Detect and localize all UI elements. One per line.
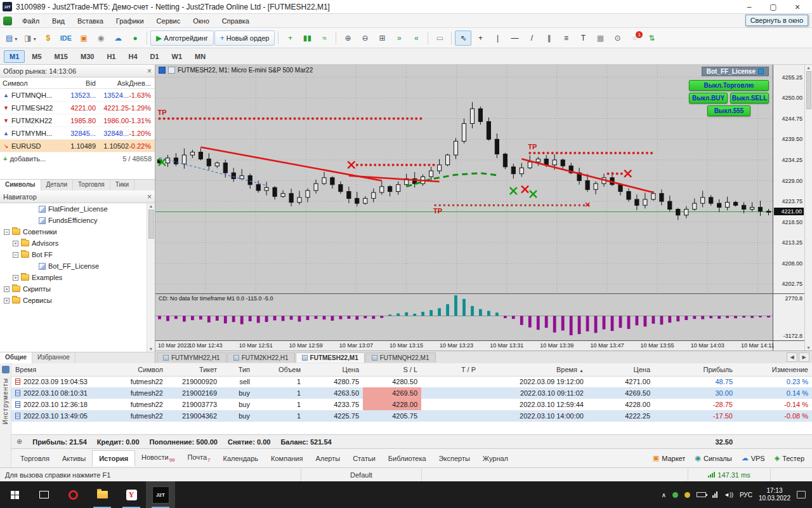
horizontal-line-button[interactable]: — (506, 30, 523, 46)
column-header-Время[interactable]: Время▲ (480, 363, 587, 376)
market-watch-row[interactable]: ▼FUTMESH224221.004221.25-1.29% (0, 102, 155, 114)
market-watch-tab-Символы[interactable]: Символы (0, 180, 41, 190)
chart-tab-FUTMNQH22,M1[interactable]: FUTMNQH22,M1 (365, 352, 436, 363)
indicator-axis[interactable]: 2770.8-3172.8 (773, 293, 804, 340)
navigator-scrollbar[interactable]: ▲ ▼ (147, 203, 155, 352)
column-header-Символ[interactable]: Символ (107, 363, 167, 376)
market-watch-tab-Детали[interactable]: Детали (41, 180, 73, 190)
search-button[interactable]: ⊙ (609, 30, 625, 46)
chart-tab-FUTM2KH22,H1[interactable]: FUTM2KH22,H1 (227, 352, 295, 363)
notifications-button[interactable]: ○1 (626, 30, 643, 46)
restore-button[interactable] (761, 0, 785, 13)
market-depth-button[interactable]: ⇅ (643, 30, 660, 46)
toolbox-tab-Активы[interactable]: Активы (56, 451, 92, 466)
menu-item-Вставка[interactable]: Вставка (71, 15, 110, 27)
toolbox-tab-Почта[interactable]: Почта7 (181, 450, 217, 467)
column-header[interactable]: Символ (0, 79, 60, 87)
toolbox-tab-Алерты[interactable]: Алерты (309, 451, 346, 466)
menu-item-Вид[interactable]: Вид (46, 15, 71, 27)
tree-item[interactable]: +Advisors (0, 237, 155, 249)
toolbox-tab-Торговля[interactable]: Торговля (14, 451, 56, 466)
expand-icon[interactable]: + (4, 298, 10, 304)
market-watch-close-icon[interactable]: × (147, 67, 152, 76)
toolbox-tab-Календарь[interactable]: Календарь (217, 451, 265, 466)
disable-buy-button[interactable]: Выкл.BUY (689, 93, 728, 104)
network-icon[interactable] (712, 491, 717, 498)
column-header-Цена[interactable]: Цена (587, 363, 654, 376)
market-watch-tab-Торговля[interactable]: Торговля (73, 180, 110, 190)
toolbox-tab-Статьи[interactable]: Статьи (346, 451, 382, 466)
price-axis[interactable]: 4255.254250.004244.754239.504234.254229.… (773, 65, 804, 293)
history-deal-row[interactable]: 2022.03.09 19:04:53futmesh22219000920sel… (11, 376, 812, 387)
expand-icon[interactable]: + (13, 275, 18, 281)
tree-item[interactable]: +Examples (0, 272, 155, 283)
toolbox-side-strip[interactable]: Инструменты (0, 363, 11, 467)
timeframe-H4[interactable]: H4 (122, 50, 143, 63)
scrollbar-thumb[interactable] (806, 71, 811, 109)
channel-button[interactable]: ∥ (540, 30, 557, 46)
tree-item[interactable]: Bot_FF_License (0, 260, 155, 272)
market-watch-row[interactable]: ▲FUTMNQH...13523...13524...-1.63% (0, 89, 155, 102)
market-watch-row[interactable]: ▼FUTM2KH221985.801986.00-1.31% (0, 114, 155, 127)
menu-item-Графики[interactable]: Графики (110, 15, 150, 27)
indicator-pane[interactable]: CD: No data for timeframe M1 0.0 -115.0 … (155, 293, 773, 340)
connection-status[interactable]: 147.31 ms (688, 468, 770, 481)
tray-expand-icon[interactable]: ∧ (662, 491, 666, 498)
chart-tab-FUTMYMH22,H1[interactable]: FUTMYMH22,H1 (157, 352, 226, 363)
task-view-button[interactable] (29, 481, 58, 508)
column-header-T / P[interactable]: T / P (421, 363, 480, 376)
column-header[interactable]: Bid (60, 79, 96, 87)
timeframe-H1[interactable]: H1 (101, 50, 121, 63)
antivirus-tray-icon[interactable] (672, 492, 678, 498)
yandex-taskbar-button[interactable]: Y (117, 481, 146, 508)
tree-item[interactable]: +Сервисы (0, 295, 155, 306)
menu-item-Справка[interactable]: Справка (216, 15, 256, 27)
tray-app-icon[interactable] (684, 492, 690, 498)
column-header-Тикет[interactable]: Тикет (167, 363, 221, 376)
trendline-button[interactable]: / (523, 30, 540, 46)
toolbox-tab-Новости[interactable]: Новости99 (135, 450, 181, 467)
objects-button[interactable]: ▦ (592, 30, 608, 46)
opera-taskbar-button[interactable] (58, 481, 88, 508)
zoom-out-button[interactable]: ⊖ (357, 30, 373, 46)
toolbox-tab-Журнал[interactable]: Журнал (476, 451, 514, 466)
add-symbol-row[interactable]: + добавить... 5 / 48658 (0, 152, 155, 165)
bars-style-button[interactable]: ▮▮ (299, 30, 315, 46)
cursor-button[interactable]: ⇖ (455, 30, 471, 46)
expand-icon[interactable]: + (13, 241, 18, 246)
signals-toolbar-button[interactable]: ◉ (93, 30, 109, 46)
taskbar-clock[interactable]: 17:13 10.03.2022 (759, 487, 790, 503)
ide-button[interactable]: IDE (57, 30, 75, 46)
vps-button[interactable]: ☁VPS (742, 454, 765, 462)
profile-selector[interactable]: Default (301, 468, 421, 481)
scroll-right-button[interactable] (799, 352, 809, 362)
market-watch-row[interactable]: ▲FUTMYMH...32845...32848...-1.20% (0, 127, 155, 140)
new-order-button[interactable]: +Новый ордер (214, 30, 275, 46)
disable-trading-button[interactable]: Выкл.Торговлю (689, 80, 769, 91)
column-header-Прибыль[interactable]: Прибыль (654, 363, 737, 376)
navigator-close-icon[interactable]: × (147, 192, 152, 201)
close-button[interactable] (785, 0, 809, 13)
battery-icon[interactable] (697, 492, 706, 497)
timeframe-M30[interactable]: M30 (75, 50, 100, 63)
navigator-tab-Избранное[interactable]: Избранное (32, 352, 75, 363)
tree-item[interactable]: +Скрипты (0, 283, 155, 295)
algo-trading-button[interactable]: ▶Алготрейдинг (150, 30, 214, 46)
disable-sell-button[interactable]: Выкл.SELL (730, 93, 769, 104)
text-button[interactable]: T (575, 30, 591, 46)
column-header[interactable]: Ask (96, 79, 129, 87)
deposit-button[interactable]: $ (40, 30, 56, 46)
volume-icon[interactable]: ◄)) (724, 491, 733, 498)
column-header-Время[interactable]: Время (11, 363, 107, 376)
timeframe-M1[interactable]: M1 (4, 50, 25, 63)
menu-item-Окно[interactable]: Окно (187, 15, 216, 27)
navigator-tab-Общие[interactable]: Общие (0, 352, 32, 363)
tree-item[interactable]: −Советники (0, 226, 155, 237)
expand-icon[interactable]: + (4, 286, 10, 292)
community-button[interactable]: ● (127, 30, 143, 46)
toolbox-tab-Библиотека[interactable]: Библиотека (382, 451, 433, 466)
column-header-Объем[interactable]: Объем (254, 363, 304, 376)
auto-scroll-button[interactable]: « (408, 30, 424, 46)
tree-item[interactable]: −Bot FF (0, 249, 155, 260)
scrollbar-thumb[interactable] (148, 210, 154, 239)
